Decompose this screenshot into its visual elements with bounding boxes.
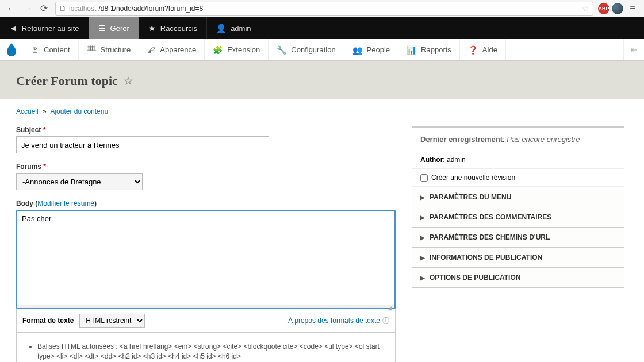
subject-input[interactable]: [16, 136, 269, 153]
abp-extension-icon[interactable]: ABP: [598, 3, 610, 14]
breadcrumb-home[interactable]: Accueil: [16, 107, 39, 115]
nav-content[interactable]: 🗎Content: [23, 39, 79, 60]
accordion-comment-settings[interactable]: ▶ PARAMÈTRES DES COMMENTAIRES: [412, 207, 624, 228]
browser-menu-icon[interactable]: ≡: [626, 2, 639, 16]
admin-toolbar: 🗎Content ᚙStructure 🖌Apparence 🧩Extensio…: [0, 39, 644, 61]
about-formats-link[interactable]: À propos des formats de texteⓘ: [288, 316, 389, 326]
subject-label: Subject *: [16, 126, 396, 134]
plug-icon: 🧩: [213, 45, 223, 55]
author-row: Author: admin: [412, 151, 624, 169]
back-arrow-icon: ◄: [9, 24, 17, 33]
nav-people[interactable]: 👥People: [344, 39, 398, 60]
edit-summary-link[interactable]: Modifier le résumé: [37, 199, 94, 207]
nav-structure[interactable]: ᚙStructure: [79, 39, 140, 60]
breadcrumb: Accueil » Ajouter du contenu: [16, 107, 628, 115]
nav-help[interactable]: ❓Aide: [460, 39, 506, 60]
page-title: Créer Forum topic ☆: [16, 74, 628, 88]
chevron-right-icon: ▶: [420, 194, 425, 201]
filter-tips: Balises HTML autorisées : <a href hrefla…: [16, 333, 396, 362]
reload-button[interactable]: ⟳: [37, 2, 51, 16]
brush-icon: 🖌: [147, 45, 155, 55]
accordion-publishing-options[interactable]: ▶ OPTIONS DE PUBLICATION: [412, 268, 624, 288]
page-header: Créer Forum topic ☆: [0, 61, 644, 99]
chevron-right-icon: ▶: [420, 234, 425, 241]
back-button[interactable]: ←: [5, 2, 18, 16]
chevron-right-icon: ▶: [420, 214, 425, 221]
nav-extend[interactable]: 🧩Extension: [205, 39, 269, 60]
wrench-icon: 🔧: [277, 45, 286, 55]
text-format-select[interactable]: HTML restreint: [79, 314, 145, 328]
help-icon: ❓: [468, 45, 478, 55]
favorite-star-icon[interactable]: ☆: [124, 75, 133, 87]
sidebar-meta: Dernier enregistrement: Pas encore enreg…: [412, 126, 624, 187]
address-bar[interactable]: 🗋 localhost /d8-1/node/add/forum?forum_i…: [55, 2, 593, 16]
new-revision-checkbox[interactable]: [420, 174, 428, 182]
toolbar-orientation-toggle[interactable]: ⇤: [623, 39, 644, 60]
new-revision-row: Créer une nouvelle révision: [412, 169, 624, 187]
breadcrumb-add[interactable]: Ajouter du contenu: [50, 107, 108, 115]
help-circle-icon: ⓘ: [382, 317, 389, 325]
body-textarea[interactable]: Pas cher: [17, 211, 394, 303]
file-icon: 🗎: [31, 45, 39, 55]
body-label: Body (Modifier le résumé): [16, 199, 396, 207]
resize-handle[interactable]: ◢: [17, 305, 394, 308]
nav-reports[interactable]: 📊Rapports: [398, 39, 460, 60]
drupal-logo-icon[interactable]: [0, 39, 23, 60]
extension-icon[interactable]: [612, 3, 623, 14]
chart-icon: 📊: [407, 45, 416, 55]
back-to-site-link[interactable]: ◄ Retourner au site: [0, 17, 89, 39]
accordion-url-settings[interactable]: ▶ PARAMÈTRES DES CHEMINS D'URL: [412, 228, 624, 248]
tip-item: Balises HTML autorisées : <a href hrefla…: [37, 342, 385, 361]
accordion-menu-settings[interactable]: ▶ PARAMÈTRES DU MENU: [412, 187, 624, 207]
chevron-right-icon: ▶: [420, 275, 425, 281]
star-icon: ★: [148, 24, 156, 33]
last-saved-row: Dernier enregistrement: Pas encore enreg…: [412, 128, 624, 151]
accordion-publishing-info[interactable]: ▶ INFORMATIONS DE PUBLICATION: [412, 248, 624, 268]
browser-toolbar: ← → ⟳ 🗋 localhost /d8-1/node/add/forum?f…: [0, 0, 644, 17]
forums-label: Forums *: [16, 163, 396, 171]
manage-toggle[interactable]: ☰ Gérer: [89, 17, 139, 39]
user-link[interactable]: 👤 admin: [207, 17, 260, 39]
bookmark-star-icon[interactable]: ☆: [582, 4, 589, 13]
forward-button[interactable]: →: [21, 2, 34, 16]
url-path: /d8-1/node/add/forum?forum_id=8: [98, 5, 203, 13]
url-host: localhost: [69, 5, 96, 13]
text-format-bar: Format de texte HTML restreint À propos …: [16, 309, 396, 333]
hamburger-icon: ☰: [98, 24, 106, 33]
forums-select[interactable]: -Annonces de Bretagne: [16, 173, 143, 190]
user-icon: 👤: [216, 24, 226, 33]
nav-configuration[interactable]: 🔧Configuration: [269, 39, 344, 60]
site-toolbar: ◄ Retourner au site ☰ Gérer ★ Raccourcis…: [0, 17, 644, 39]
structure-icon: ᚙ: [87, 45, 96, 55]
page-icon: 🗋: [59, 4, 67, 13]
body-field-wrap: Pas cher ◢: [16, 210, 396, 309]
shortcuts-link[interactable]: ★ Raccourcis: [139, 17, 207, 39]
people-icon: 👥: [352, 45, 362, 55]
nav-appearance[interactable]: 🖌Apparence: [139, 39, 205, 60]
chevron-right-icon: ▶: [420, 255, 425, 261]
